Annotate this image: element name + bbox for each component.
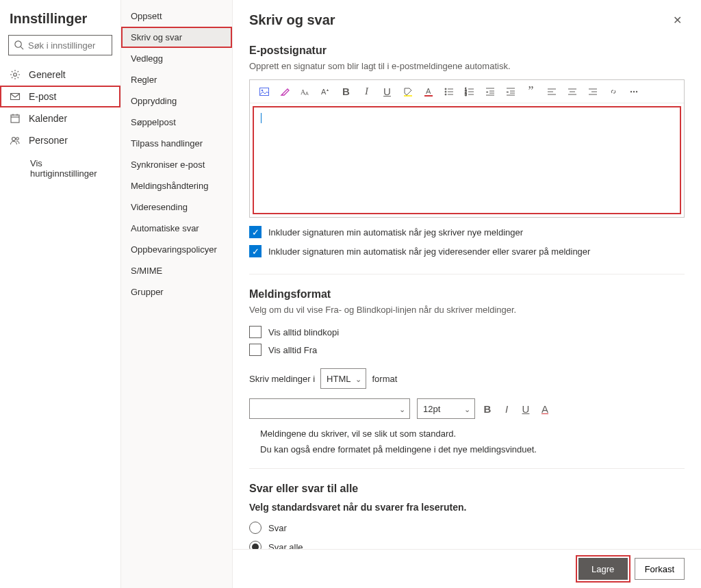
main-panel: Skriv og svar ✕ E-postsignatur Opprett e… — [233, 0, 701, 588]
include-sig-new-checkbox[interactable] — [249, 226, 262, 238]
nav-label: Generelt — [29, 69, 66, 80]
divider — [249, 468, 685, 469]
font-family-icon[interactable]: AA — [299, 86, 311, 97]
category-item[interactable]: Tilpass handlinger — [121, 133, 232, 154]
category-item[interactable]: Søppelpost — [121, 112, 232, 133]
settings-title: Innstillinger — [0, 7, 120, 35]
category-item[interactable]: Opprydding — [121, 90, 232, 112]
category-item[interactable]: Grupper — [121, 281, 232, 303]
link-icon[interactable] — [607, 86, 619, 97]
show-bcc-checkbox[interactable] — [249, 326, 262, 338]
highlighter-icon[interactable] — [279, 86, 290, 97]
nav-label: E-post — [29, 91, 56, 102]
signature-textarea[interactable] — [255, 109, 678, 212]
format-info-2: Du kan også endre formatet på meldingene… — [249, 444, 685, 455]
bold-icon[interactable]: B — [340, 86, 352, 97]
nav-epost[interactable]: E-post — [0, 86, 120, 107]
category-item[interactable]: Oppbevaringspolicyer — [121, 239, 232, 260]
discard-button[interactable]: Forkast — [635, 558, 685, 580]
svg-line-1 — [21, 47, 23, 49]
svg-point-49 — [633, 90, 634, 92]
compose-post-label: format — [372, 374, 397, 384]
category-item[interactable]: Automatiske svar — [121, 218, 232, 239]
reply-desc: Velg standardsvaret når du svarer fra le… — [249, 502, 685, 513]
compose-format-value: HTML — [327, 374, 350, 384]
divider — [249, 274, 685, 274]
close-icon[interactable]: ✕ — [670, 11, 685, 29]
category-item[interactable]: Oppsett — [121, 5, 232, 27]
include-sig-new-label: Inkluder signaturen min automatisk når j… — [268, 227, 523, 238]
svg-point-8 — [12, 138, 16, 141]
align-left-icon[interactable] — [546, 86, 557, 97]
compose-format-select[interactable]: HTML ⌄ — [320, 368, 366, 389]
svg-point-2 — [14, 73, 17, 77]
svg-text:A: A — [305, 91, 309, 96]
include-sig-reply-label: Inkluder signaturen min automatisk når j… — [268, 246, 590, 257]
align-right-icon[interactable] — [587, 86, 598, 97]
highlight-color-icon[interactable] — [402, 86, 413, 97]
nav-generelt[interactable]: Generelt — [0, 64, 120, 86]
main-scroll-area[interactable]: E-postsignatur Opprett en signatur som b… — [233, 35, 701, 549]
reply-all-radio[interactable] — [249, 541, 262, 549]
page-title: Skriv og svar — [249, 12, 335, 28]
svg-point-19 — [445, 88, 446, 90]
svg-text:A: A — [321, 88, 327, 96]
nav-personer[interactable]: Personer — [0, 129, 120, 151]
svg-text:A: A — [426, 87, 431, 95]
reply-label: Svar — [268, 523, 287, 533]
category-item[interactable]: S/MIME — [121, 260, 232, 281]
align-center-icon[interactable] — [566, 86, 578, 97]
svg-point-0 — [15, 41, 21, 47]
reply-radio[interactable] — [249, 522, 262, 534]
indent-icon[interactable] — [505, 86, 516, 97]
default-font-select[interactable]: ⌄ — [249, 398, 410, 419]
italic-icon[interactable]: I — [361, 86, 372, 97]
category-item[interactable]: Regler — [121, 69, 232, 90]
category-item[interactable]: Meldingshåndtering — [121, 175, 232, 196]
reply-heading: Svar eller svar til alle — [249, 483, 685, 495]
include-sig-reply-checkbox[interactable] — [249, 245, 262, 257]
calendar-icon — [10, 113, 21, 124]
save-button[interactable]: Lagre — [578, 558, 628, 580]
category-item[interactable]: Videresending — [121, 196, 232, 218]
format-info-1: Meldingene du skriver, vil se slik ut so… — [249, 429, 685, 439]
show-from-label: Vis alltid Fra — [268, 345, 317, 355]
numbering-icon[interactable]: 123 — [463, 86, 475, 97]
outdent-icon[interactable] — [484, 86, 496, 97]
signature-desc: Opprett en signatur som blir lagt til i … — [249, 61, 685, 71]
quote-icon[interactable]: ” — [525, 86, 537, 97]
default-italic-button[interactable]: I — [501, 403, 512, 415]
chevron-down-icon: ⌄ — [355, 375, 361, 384]
svg-rect-4 — [11, 115, 19, 123]
show-from-checkbox[interactable] — [249, 344, 262, 356]
default-bold-button[interactable]: B — [482, 403, 493, 415]
default-fontsize-select[interactable]: 12pt ⌄ — [417, 398, 475, 419]
default-font-color-button[interactable]: A — [539, 403, 550, 415]
more-icon[interactable] — [628, 86, 639, 97]
editor-toolbar: AA A▴ B I U A 123 ” — [250, 80, 684, 103]
svg-point-50 — [635, 90, 637, 92]
format-desc: Velg om du vil vise Fra- og Blindkopi-li… — [249, 305, 685, 315]
category-item[interactable]: Skriv og svar — [121, 27, 232, 48]
people-icon — [10, 135, 21, 146]
default-underline-button[interactable]: U — [520, 403, 531, 415]
svg-point-48 — [630, 90, 631, 92]
gear-icon — [10, 69, 21, 80]
svg-point-21 — [445, 91, 446, 92]
compose-pre-label: Skriv meldinger i — [249, 374, 315, 384]
reply-all-label: Svar alle — [268, 542, 303, 550]
font-size-icon[interactable]: A▴ — [320, 86, 331, 97]
svg-rect-16 — [404, 95, 412, 97]
svg-rect-18 — [424, 95, 433, 97]
svg-point-11 — [261, 89, 263, 91]
category-item[interactable]: Synkroniser e-post — [121, 154, 232, 175]
nav-label: Kalender — [29, 113, 67, 124]
nav-kalender[interactable]: Kalender — [0, 107, 120, 129]
underline-icon[interactable]: U — [381, 86, 393, 97]
font-color-icon[interactable]: A — [422, 86, 434, 97]
quick-settings-link[interactable]: Vis hurtiginnstillinger — [0, 151, 120, 186]
settings-category-list: OppsettSkriv og svarVedleggReglerOpprydd… — [121, 0, 233, 588]
bullets-icon[interactable] — [443, 86, 455, 97]
insert-image-icon[interactable] — [258, 86, 270, 97]
category-item[interactable]: Vedlegg — [121, 48, 232, 69]
